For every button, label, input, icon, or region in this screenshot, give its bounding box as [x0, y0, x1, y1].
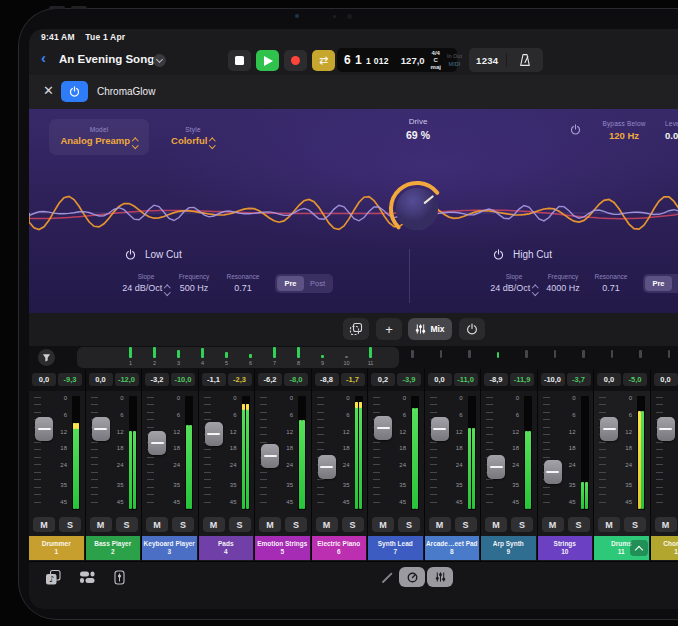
high-cut-frequency[interactable]: Frequency4000 Hz: [535, 273, 591, 293]
record-button[interactable]: [284, 50, 307, 71]
stop-button[interactable]: [228, 50, 251, 71]
pre-option[interactable]: Pre: [277, 276, 304, 291]
overview-viewport[interactable]: [77, 347, 399, 368]
mute-button[interactable]: M: [146, 517, 168, 532]
collapse-chevron-button[interactable]: [630, 540, 648, 556]
track-name-tile[interactable]: Strings 10: [538, 536, 593, 560]
track-name-tile[interactable]: Keyboard Player 3: [142, 536, 197, 560]
mix-view-button[interactable]: Mix: [408, 318, 452, 340]
channel-strip: -1,1 -2,3 061218243545 M S Pads 4: [199, 369, 256, 561]
bypass-below-label: Bypass Below: [587, 120, 661, 127]
solo-button[interactable]: S: [511, 517, 533, 532]
fader-handle[interactable]: [92, 417, 110, 441]
fader-handle[interactable]: [544, 460, 562, 484]
song-menu-button[interactable]: [153, 54, 166, 67]
plugin-power-button[interactable]: [61, 81, 88, 102]
mute-button[interactable]: M: [33, 517, 55, 532]
drive-knob[interactable]: [385, 177, 449, 241]
model-selector[interactable]: Model Analog Preamp: [49, 119, 149, 155]
high-cut-power-button[interactable]: [493, 249, 504, 260]
mute-button[interactable]: M: [90, 517, 112, 532]
mute-button[interactable]: M: [259, 517, 281, 532]
mixer-power-button[interactable]: [459, 318, 485, 340]
solo-button[interactable]: S: [59, 517, 81, 532]
track-name-tile[interactable]: Arcade…eet Pad 8: [425, 536, 480, 560]
fader-handle[interactable]: [205, 422, 223, 446]
mute-button[interactable]: M: [429, 517, 451, 532]
level-meter: [581, 396, 589, 510]
track-name-tile[interactable]: Synth Lead 7: [368, 536, 423, 560]
mute-button[interactable]: M: [372, 517, 394, 532]
overview-offscreen-tick: [468, 350, 471, 358]
solo-button[interactable]: S: [624, 517, 646, 532]
mute-button[interactable]: M: [542, 517, 564, 532]
fader-handle[interactable]: [318, 455, 336, 479]
track-name-tile[interactable]: Bass Player 2: [86, 536, 141, 560]
fader-handle[interactable]: [35, 417, 53, 441]
paste-button[interactable]: [343, 318, 369, 340]
track-name-tile[interactable]: Emotion Strings 5: [255, 536, 310, 560]
solo-button[interactable]: S: [285, 517, 307, 532]
mute-button[interactable]: M: [203, 517, 225, 532]
close-icon[interactable]: ✕: [43, 84, 54, 98]
faders-view-button[interactable]: [427, 567, 453, 587]
solo-button[interactable]: S: [568, 517, 590, 532]
fader-handle[interactable]: [657, 417, 675, 441]
fader-handle[interactable]: [600, 417, 618, 441]
metronome-button[interactable]: [507, 48, 544, 72]
solo-button[interactable]: S: [342, 517, 364, 532]
solo-button[interactable]: S: [229, 517, 251, 532]
filter-button[interactable]: [38, 349, 55, 366]
knobs-view-button[interactable]: [399, 567, 425, 587]
browser-button[interactable]: [79, 571, 95, 584]
low-cut-frequency[interactable]: Frequency500 Hz: [166, 273, 222, 293]
mixer-overview-strip[interactable]: 1234567891011: [29, 346, 678, 369]
track-name-tile[interactable]: Pads 4: [199, 536, 254, 560]
solo-button[interactable]: S: [116, 517, 138, 532]
fader-handle[interactable]: [487, 455, 505, 479]
track-name: Electric Piano: [317, 540, 360, 548]
mute-button[interactable]: M: [598, 517, 620, 532]
fader-handle[interactable]: [148, 431, 166, 455]
solo-button[interactable]: S: [398, 517, 420, 532]
fader-handle[interactable]: [374, 416, 392, 440]
track-name-tile[interactable]: Drummer 1: [29, 536, 84, 560]
post-option[interactable]: Post: [304, 276, 331, 291]
loop-browser-button[interactable]: ♪: [45, 569, 62, 585]
pre-option[interactable]: Pre: [645, 276, 672, 291]
song-title[interactable]: An Evening Song: [59, 53, 154, 65]
track-name-tile[interactable]: Electric Piano 6: [312, 536, 367, 560]
solo-button[interactable]: S: [172, 517, 194, 532]
fader-handle[interactable]: [261, 444, 279, 468]
back-chevron-icon[interactable]: ‹: [41, 51, 46, 65]
high-cut-resonance[interactable]: Resonance0.71: [585, 273, 637, 293]
low-cut-resonance[interactable]: Resonance0.71: [217, 273, 269, 293]
bypass-below-control[interactable]: Bypass Below 120 Hz: [587, 120, 661, 141]
level-control[interactable]: Level 0.0: [665, 120, 678, 141]
style-selector[interactable]: Style Colorful: [157, 119, 229, 155]
track-name-tile[interactable]: Arp Synth 9: [481, 536, 536, 560]
lcd-display[interactable]: 6 1 1 012 127,0 4/4 C maj In Out MIDI: [337, 48, 457, 72]
bypass-power-button[interactable]: [570, 124, 581, 135]
high-cut-pre-post-toggle[interactable]: Pre Post: [643, 274, 678, 293]
pencil-button[interactable]: [381, 571, 394, 584]
low-cut-pre-post-toggle[interactable]: Pre Post: [275, 274, 333, 293]
low-cut-power-button[interactable]: [125, 249, 136, 260]
fader-panel-button[interactable]: [114, 570, 125, 585]
fader-handle[interactable]: [431, 417, 449, 441]
mute-button[interactable]: M: [655, 517, 677, 532]
cycle-button[interactable]: ⇄: [312, 50, 335, 71]
solo-button[interactable]: S: [455, 517, 477, 532]
track-name-tile[interactable]: Chorus V 12: [651, 536, 678, 560]
mute-button[interactable]: M: [485, 517, 507, 532]
add-track-button[interactable]: +: [376, 318, 402, 340]
meter-scale-label: 45: [451, 499, 463, 505]
metronome-group: 1234: [469, 48, 543, 72]
pencil-icon: [381, 571, 394, 584]
play-button[interactable]: [256, 50, 279, 71]
level-meter: [468, 396, 476, 510]
meter-scale-label: 24: [281, 462, 293, 468]
mute-button[interactable]: M: [316, 517, 338, 532]
post-option[interactable]: Post: [672, 276, 678, 291]
count-in-button[interactable]: 1234: [469, 48, 506, 72]
